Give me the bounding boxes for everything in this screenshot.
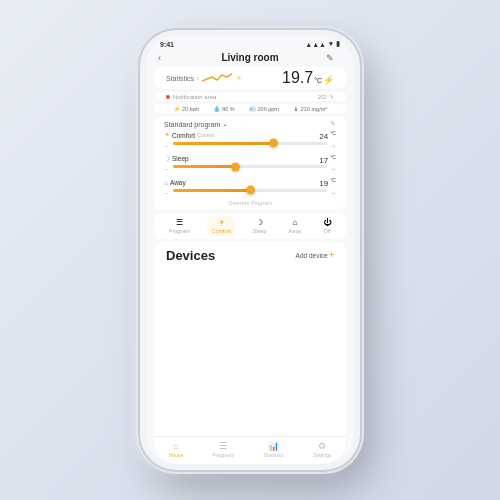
- away-temperature: 19 °C: [319, 177, 336, 188]
- notification-row[interactable]: Notification area 2/2 ✎: [154, 92, 346, 101]
- comfort-fill: [173, 142, 274, 145]
- program-section: Standard program ⌄ ✎ ☀ Comfort Current: [154, 116, 346, 210]
- back-button[interactable]: ‹: [158, 53, 174, 63]
- page-title: Living room: [174, 52, 326, 63]
- sleep-thumb[interactable]: [231, 162, 240, 171]
- sensor-humidity: 💧 80 %: [213, 105, 235, 112]
- tab-away[interactable]: ⌂ Away: [284, 216, 305, 236]
- wifi-icon: ▾: [329, 40, 333, 48]
- phone-frame: 9:41 ▲▲▲ ▾ ▮ ‹ Living room ✎ Statistics …: [140, 30, 360, 470]
- program-tab-label: Program: [169, 228, 190, 234]
- sensor-kwh: ⚡ 20 kwh: [173, 105, 199, 112]
- away-minus[interactable]: −: [164, 189, 169, 198]
- kwh-icon: ⚡: [173, 105, 180, 112]
- statistics-chart: [202, 71, 232, 85]
- nav-statistics[interactable]: 📊 Statistics: [264, 441, 284, 458]
- house-nav-label: House: [169, 452, 183, 458]
- nav-settings[interactable]: ⚙ Settings: [313, 441, 331, 458]
- away-label: ⌂ Away: [164, 179, 186, 186]
- add-device-icon: +: [329, 250, 334, 260]
- current-temperature: 19.7: [282, 69, 313, 87]
- humidity-icon: 💧: [213, 105, 220, 112]
- program-chevron: ⌄: [222, 120, 228, 128]
- statistics-row[interactable]: Statistics › ☀ 19.7 °C ⚡: [154, 67, 346, 89]
- sleep-temperature: 17 °C: [319, 154, 336, 165]
- tab-sleep[interactable]: ☽ Sleep: [249, 216, 271, 236]
- sleep-label-row: ☽ Sleep 17 °C: [164, 154, 336, 165]
- away-track[interactable]: [173, 189, 328, 192]
- add-device-button[interactable]: Add device +: [296, 250, 334, 260]
- comfort-slider-controls: − +: [164, 142, 336, 151]
- settings-nav-icon: ⚙: [318, 441, 326, 451]
- comfort-minus[interactable]: −: [164, 142, 169, 151]
- away-slider-item: ⌂ Away 19 °C − +: [164, 177, 336, 198]
- away-tab-label: Away: [288, 228, 301, 234]
- bolt-icon: ⚡: [323, 75, 334, 85]
- devices-title: Devices: [166, 248, 215, 263]
- add-device-label: Add device: [296, 252, 328, 259]
- statistics-nav-icon: 📊: [268, 441, 279, 451]
- edit-icon[interactable]: ✎: [326, 53, 342, 63]
- statistics-nav-label: Statistics: [264, 452, 284, 458]
- devices-header: Devices Add device +: [166, 248, 334, 263]
- statistics-label: Statistics: [166, 75, 194, 82]
- program-name: Standard program: [164, 121, 220, 128]
- override-label: Override Program: [164, 200, 336, 206]
- sensor-air: 🌡 210 mg/m³: [293, 106, 327, 112]
- sensor-co2: 💨 200 ppm: [249, 105, 279, 112]
- temperature-unit: °C: [314, 77, 322, 84]
- notification-text: Notification area: [173, 94, 318, 100]
- sleep-slider-controls: − +: [164, 165, 336, 174]
- comfort-plus[interactable]: +: [331, 142, 336, 151]
- sleep-slider-item: ☽ Sleep 17 °C − +: [164, 154, 336, 175]
- air-value: 210 mg/m³: [301, 106, 327, 112]
- comfort-thumb[interactable]: [269, 139, 278, 148]
- comfort-label: ☀ Comfort Current: [164, 131, 214, 139]
- app-header: ‹ Living room ✎: [146, 50, 354, 67]
- tab-comfort[interactable]: ☀ Comfort: [207, 216, 235, 236]
- tab-program[interactable]: ☰ Program: [165, 216, 194, 236]
- comfort-track[interactable]: [173, 142, 328, 145]
- slider-group: ☀ Comfort Current 24 °C −: [164, 130, 336, 198]
- sleep-track[interactable]: [173, 165, 328, 168]
- house-nav-icon: ⌂: [173, 441, 178, 451]
- program-edit-icon[interactable]: ✎: [330, 120, 336, 128]
- nav-house[interactable]: ⌂ House: [169, 441, 183, 458]
- sleep-icon: ☽: [164, 155, 170, 163]
- notification-dot: [166, 95, 170, 99]
- program-title[interactable]: Standard program ⌄: [164, 120, 228, 128]
- sleep-label: ☽ Sleep: [164, 155, 189, 163]
- devices-section: Devices Add device +: [154, 242, 346, 436]
- phone-wrapper: 9:41 ▲▲▲ ▾ ▮ ‹ Living room ✎ Statistics …: [140, 30, 360, 470]
- nav-programs[interactable]: ☰ Programs: [213, 441, 235, 458]
- tab-off[interactable]: ⏻ Off: [319, 216, 335, 236]
- co2-value: 200 ppm: [258, 106, 279, 112]
- sleep-plus[interactable]: +: [331, 165, 336, 174]
- away-icon: ⌂: [164, 179, 168, 186]
- status-icons: ▲▲▲ ▾ ▮: [305, 40, 340, 48]
- off-tab-icon: ⏻: [323, 218, 331, 227]
- away-tab-icon: ⌂: [293, 218, 298, 227]
- away-slider-controls: − +: [164, 189, 336, 198]
- status-time: 9:41: [160, 41, 174, 48]
- sleep-minus[interactable]: −: [164, 165, 169, 174]
- program-header: Standard program ⌄ ✎: [164, 120, 336, 128]
- away-thumb[interactable]: [246, 186, 255, 195]
- notification-edit-icon[interactable]: ✎: [329, 93, 334, 100]
- notification-count: 2/2: [318, 94, 326, 100]
- away-plus[interactable]: +: [331, 189, 336, 198]
- comfort-tab-label: Comfort: [211, 228, 231, 234]
- air-icon: 🌡: [293, 106, 299, 112]
- sensor-row: ⚡ 20 kwh 💧 80 % 💨 200 ppm 🌡 210 mg/m³: [154, 104, 346, 113]
- signal-icon: ▲▲▲: [305, 41, 326, 48]
- sleep-fill: [173, 165, 235, 168]
- co2-icon: 💨: [249, 105, 256, 112]
- sleep-tab-icon: ☽: [256, 218, 263, 227]
- away-fill: [173, 189, 250, 192]
- status-bar: 9:41 ▲▲▲ ▾ ▮: [146, 36, 354, 50]
- off-tab-label: Off: [324, 228, 331, 234]
- comfort-icon: ☀: [164, 131, 170, 139]
- comfort-label-row: ☀ Comfort Current 24 °C: [164, 130, 336, 141]
- humidity-value: 80 %: [222, 106, 235, 112]
- bottom-nav: ⌂ House ☰ Programs 📊 Statistics ⚙ Settin…: [154, 436, 346, 464]
